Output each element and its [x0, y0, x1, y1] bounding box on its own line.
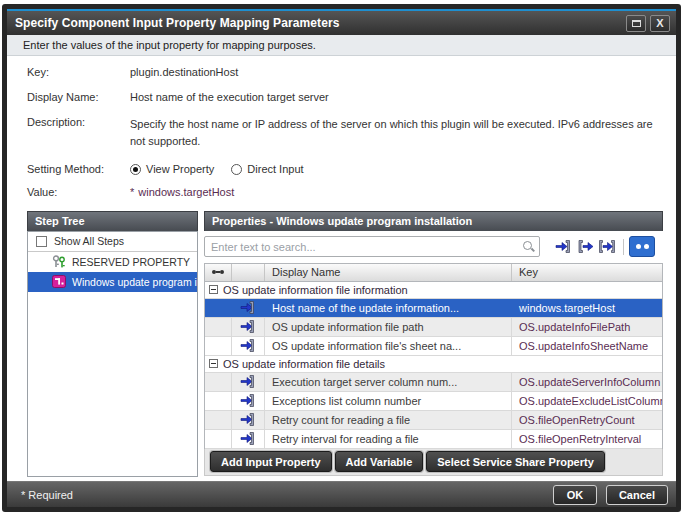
display-name-cell: Host name of the update information...	[265, 299, 512, 317]
input-property-icon	[240, 431, 256, 446]
display-name-cell: OS update information file's sheet na...	[265, 337, 512, 355]
show-all-steps-checkbox[interactable]	[36, 236, 47, 247]
tree-item-label: Windows update program in	[72, 276, 198, 288]
show-all-steps-row[interactable]: Show All Steps	[28, 232, 197, 252]
link-dots-icon	[212, 270, 224, 274]
display-name-cell: Exceptions list column number	[265, 392, 512, 410]
setting-method-label: Setting Method:	[27, 163, 130, 177]
table-row[interactable]: Retry interval for reading a fileOS.file…	[205, 430, 662, 449]
output-property-filter-button[interactable]	[574, 237, 596, 256]
display-name-cell: OS update information file path	[265, 318, 512, 336]
input-property-filter-button[interactable]	[552, 237, 574, 256]
mapping-parameters-dialog: Specify Component Input Property Mapping…	[2, 4, 681, 512]
show-all-properties-icon	[636, 244, 649, 249]
required-mark: *	[130, 186, 134, 198]
display-name-row: Display Name: Host name of the execution…	[27, 91, 662, 103]
group-label: OS update information file details	[223, 358, 385, 370]
show-all-steps-label: Show All Steps	[54, 235, 124, 247]
table-row[interactable]: Exceptions list column numberOS.updateEx…	[205, 392, 662, 411]
form-area: Key: plugin.destinationHost Display Name…	[7, 56, 676, 211]
radio-unselected-icon	[231, 164, 242, 175]
search-icon	[522, 240, 535, 253]
icon-column-header[interactable]	[232, 264, 265, 281]
input-property-icon	[240, 393, 256, 408]
toolbar-separator	[623, 239, 624, 255]
add-input-property-button[interactable]: Add Input Property	[210, 451, 332, 472]
table-header-row: Display Name Key	[205, 264, 662, 282]
key-label: Key:	[27, 66, 130, 78]
input-property-icon	[240, 300, 256, 315]
description-value: Specify the host name or IP address of t…	[130, 116, 662, 150]
tree-item-reserved-property[interactable]: RESERVED PROPERTY	[28, 252, 197, 272]
display-name-cell: Retry count for reading a file	[265, 411, 512, 429]
mapping-cell	[205, 392, 232, 410]
step-tree-panel: Step Tree Show All Steps RESERVED P	[27, 211, 198, 477]
value-value: windows.targetHost	[138, 186, 234, 198]
collapse-icon[interactable]	[209, 359, 218, 368]
key-row: Key: plugin.destinationHost	[27, 66, 662, 78]
step-tree-header: Step Tree	[27, 211, 198, 231]
variable-icon	[598, 239, 616, 254]
input-property-icon	[240, 319, 256, 334]
close-button[interactable]: X	[650, 15, 670, 32]
description-row: Description: Specify the host name or IP…	[27, 116, 662, 150]
display-name-value: Host name of the execution target server	[130, 91, 329, 103]
row-icon-cell	[232, 299, 265, 317]
table-row[interactable]: OS update information file's sheet na...…	[205, 337, 662, 356]
cancel-button[interactable]: Cancel	[606, 485, 668, 505]
table-row[interactable]: Host name of the update information...wi…	[205, 299, 662, 318]
ok-button[interactable]: OK	[553, 485, 597, 505]
properties-panel: Properties - Windows update program inst…	[204, 211, 663, 477]
component-step-icon	[52, 275, 66, 288]
row-icon-cell	[232, 318, 265, 336]
table-row[interactable]: Execution target server column num...OS.…	[205, 373, 662, 392]
setting-method-row: Setting Method: View Property Direct Inp…	[27, 163, 662, 177]
variable-filter-button[interactable]	[596, 237, 618, 256]
mapping-cell	[205, 318, 232, 336]
select-service-share-property-button[interactable]: Select Service Share Property	[426, 451, 605, 472]
mapping-column-header[interactable]	[205, 264, 232, 281]
maximize-icon	[632, 20, 641, 27]
panels: Step Tree Show All Steps RESERVED P	[7, 211, 676, 481]
mapping-cell	[205, 430, 232, 448]
row-icon-cell	[232, 411, 265, 429]
row-icon-cell	[232, 392, 265, 410]
properties-header: Properties - Windows update program inst…	[204, 211, 663, 231]
required-note: * Required	[21, 489, 544, 501]
collapse-icon[interactable]	[209, 285, 218, 294]
key-cell: OS.updateExcludeListColumn	[512, 392, 662, 410]
add-variable-button[interactable]: Add Variable	[335, 451, 424, 472]
tree-item-windows-update-program[interactable]: Windows update program in	[28, 272, 197, 292]
dialog-title: Specify Component Input Property Mapping…	[15, 16, 622, 30]
message-bar: Enter the values of the input property f…	[7, 35, 676, 56]
step-tree-body: Show All Steps RESERVED PROPERTY	[27, 231, 198, 477]
group-row[interactable]: OS update information file information	[205, 282, 662, 299]
maximize-button[interactable]	[626, 15, 646, 32]
output-property-icon	[577, 239, 594, 254]
table-row[interactable]: Retry count for reading a fileOS.fileOpe…	[205, 411, 662, 430]
key-cell: windows.targetHost	[512, 299, 662, 317]
mapping-cell	[205, 373, 232, 391]
mapping-cell	[205, 411, 232, 429]
mapping-cell	[205, 299, 232, 317]
close-icon: X	[656, 18, 663, 29]
description-label: Description:	[27, 116, 130, 150]
key-column-header[interactable]: Key	[512, 264, 662, 281]
properties-table-body: OS update information file information H…	[205, 282, 662, 449]
tree-item-label: RESERVED PROPERTY	[72, 256, 190, 268]
value-row: Value: *windows.targetHost	[27, 186, 662, 198]
display-name-cell: Execution target server column num...	[265, 373, 512, 391]
reserved-property-keys-icon	[52, 255, 66, 268]
radio-view-property[interactable]: View Property	[130, 163, 214, 175]
group-row[interactable]: OS update information file details	[205, 356, 662, 373]
display-name-cell: Retry interval for reading a file	[265, 430, 512, 448]
display-name-column-header[interactable]: Display Name	[265, 264, 512, 281]
table-row[interactable]: OS update information file pathOS.update…	[205, 318, 662, 337]
row-icon-cell	[232, 337, 265, 355]
key-cell: OS.updateInfoSheetName	[512, 337, 662, 355]
key-value: plugin.destinationHost	[130, 66, 238, 78]
show-all-properties-button[interactable]	[629, 236, 655, 257]
radio-direct-input[interactable]: Direct Input	[231, 163, 303, 175]
radio-selected-icon	[130, 164, 141, 175]
search-input[interactable]	[211, 241, 522, 253]
